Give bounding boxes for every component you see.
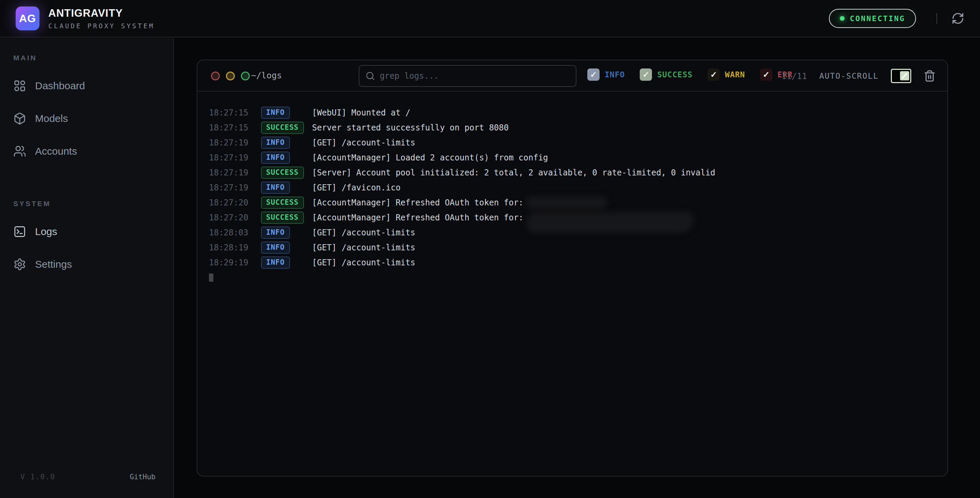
sidebar-item-label: Models <box>35 113 68 124</box>
title-block: ANTIGRAVITY CLAUDE PROXY SYSTEM <box>48 7 154 30</box>
log-search-box <box>359 65 576 87</box>
log-message: [AccountManager] Refreshed OAuth token f… <box>312 198 523 208</box>
log-level-badge: INFO <box>261 227 290 239</box>
log-level-badge: INFO <box>261 152 290 164</box>
log-message: [WebUI] Mounted at / <box>312 108 410 118</box>
grep-logs-input[interactable] <box>380 71 570 81</box>
log-row: 18:28:19INFO[GET] /account-limits <box>209 240 937 255</box>
log-timestamp: 18:28:19 <box>209 243 261 252</box>
log-level-badge: INFO <box>261 241 290 254</box>
filter-label: INFO <box>605 70 625 79</box>
sidebar: MAINDashboardModelsAccountsSYSTEMLogsSet… <box>0 38 174 498</box>
filter-label: SUCCESS <box>657 70 692 79</box>
grid-icon <box>13 79 26 92</box>
log-timestamp: 18:27:15 <box>209 108 261 118</box>
log-panel: ~/logs ✓INFO✓SUCCESS✓WARN✓ERR 11/11 AUTO… <box>197 60 948 477</box>
checkbox-info-icon[interactable]: ✓ <box>587 69 600 81</box>
clear-logs-trash-icon[interactable] <box>924 70 936 82</box>
app-title: ANTIGRAVITY <box>48 7 154 19</box>
version-label: V 1.0.0 <box>21 473 56 481</box>
gear-icon <box>13 258 26 271</box>
log-row: 18:27:19INFO[GET] /favicon.ico <box>209 180 937 195</box>
log-timestamp: 18:27:20 <box>209 213 261 222</box>
app-logo: AG <box>16 6 40 30</box>
autoscroll-label: AUTO-SCROLL <box>819 72 878 80</box>
search-icon <box>366 71 375 81</box>
log-timestamp: 18:27:19 <box>209 168 261 177</box>
log-row: 18:27:19SUCCESS[Server] Account pool ini… <box>209 165 937 180</box>
sidebar-item-accounts[interactable]: Accounts <box>13 140 163 162</box>
users-icon <box>13 145 26 158</box>
filter-info[interactable]: ✓INFO <box>587 69 625 81</box>
checkbox-warn-icon[interactable]: ✓ <box>708 69 720 81</box>
log-message: [GET] /account-limits <box>312 228 415 238</box>
autoscroll-toggle-knob <box>900 71 909 80</box>
log-level-badge: SUCCESS <box>261 212 304 224</box>
sidebar-item-label: Accounts <box>35 145 77 157</box>
log-row: 18:27:15SUCCESSServer started successful… <box>209 120 937 135</box>
filter-label: WARN <box>725 70 745 79</box>
log-row: 18:27:15INFO[WebUI] Mounted at / <box>209 105 937 120</box>
main-content: ~/logs ✓INFO✓SUCCESS✓WARN✓ERR 11/11 AUTO… <box>175 38 980 498</box>
log-message: [AccountManager] Loaded 2 account(s) fro… <box>312 153 548 163</box>
cube-icon <box>13 112 26 125</box>
log-timestamp: 18:27:19 <box>209 138 261 147</box>
filter-success[interactable]: ✓SUCCESS <box>640 69 692 81</box>
log-row: 18:27:19INFO[AccountManager] Loaded 2 ac… <box>209 150 937 165</box>
terminal-icon <box>13 225 26 238</box>
status-dot-icon <box>840 16 845 21</box>
app-subtitle: CLAUDE PROXY SYSTEM <box>48 22 154 30</box>
logs-path-label: ~/logs <box>251 70 282 80</box>
log-message: [GET] /account-limits <box>312 258 415 267</box>
log-timestamp: 18:28:03 <box>209 228 261 238</box>
filter-warn[interactable]: ✓WARN <box>708 69 745 81</box>
sidebar-item-logs[interactable]: Logs <box>13 221 163 243</box>
log-panel-header: ~/logs ✓INFO✓SUCCESS✓WARN✓ERR 11/11 AUTO… <box>197 60 947 92</box>
log-timestamp: 18:27:20 <box>209 198 261 208</box>
sidebar-item-label: Logs <box>35 226 57 238</box>
log-level-badge: INFO <box>261 137 290 149</box>
sidebar-item-dashboard[interactable]: Dashboard <box>13 75 163 97</box>
connection-status-pill[interactable]: CONNECTING <box>829 9 916 28</box>
log-timestamp: 18:27:19 <box>209 153 261 163</box>
traffic-light-yellow-icon <box>226 72 235 80</box>
log-list: 18:27:15INFO[WebUI] Mounted at /18:27:15… <box>197 92 947 476</box>
log-timestamp: 18:27:15 <box>209 123 261 132</box>
log-counter: 11/11 <box>781 71 807 81</box>
checkbox-success-icon[interactable]: ✓ <box>640 69 652 81</box>
log-level-badge: SUCCESS <box>261 121 304 134</box>
log-message: [GET] /favicon.ico <box>312 183 401 192</box>
log-message: [AccountManager] Refreshed OAuth token f… <box>312 213 523 222</box>
log-row: 18:27:19INFO[GET] /account-limits <box>209 135 937 150</box>
log-level-badge: INFO <box>261 257 290 269</box>
log-timestamp: 18:27:19 <box>209 183 261 192</box>
checkbox-err-icon[interactable]: ✓ <box>760 69 772 81</box>
traffic-light-red-icon <box>211 72 220 80</box>
sidebar-item-models[interactable]: Models <box>13 108 163 129</box>
autoscroll-toggle[interactable] <box>891 69 911 83</box>
log-row: 18:29:19INFO[GET] /account-limits <box>209 255 937 270</box>
app-header: AG ANTIGRAVITY CLAUDE PROXY SYSTEM CONNE… <box>0 0 980 37</box>
traffic-lights <box>211 72 250 80</box>
github-link[interactable]: GitHub <box>130 473 156 481</box>
log-level-badge: INFO <box>261 182 290 194</box>
log-message: [GET] /account-limits <box>312 138 415 147</box>
sidebar-item-label: Settings <box>35 259 72 270</box>
log-level-badge: SUCCESS <box>261 166 304 179</box>
sidebar-item-settings[interactable]: Settings <box>13 254 163 275</box>
log-level-filters: ✓INFO✓SUCCESS✓WARN✓ERR <box>587 69 792 81</box>
traffic-light-green-icon <box>241 72 250 80</box>
refresh-icon[interactable] <box>951 12 964 25</box>
log-level-badge: INFO <box>261 107 290 119</box>
log-timestamp: 18:29:19 <box>209 258 261 267</box>
log-level-badge: SUCCESS <box>261 196 304 209</box>
nav-section-label: SYSTEM <box>13 200 163 208</box>
log-message: [Server] Account pool initialized: 2 tot… <box>312 168 715 177</box>
status-label: CONNECTING <box>850 14 905 23</box>
sidebar-item-label: Dashboard <box>35 80 85 92</box>
redacted-blur <box>527 196 607 209</box>
log-row: 18:27:20SUCCESS[AccountManager] Refreshe… <box>209 210 937 225</box>
log-row: 18:27:20SUCCESS[AccountManager] Refreshe… <box>209 195 937 210</box>
header-divider <box>937 13 937 24</box>
sidebar-footer: V 1.0.0 GitHub <box>0 465 173 498</box>
